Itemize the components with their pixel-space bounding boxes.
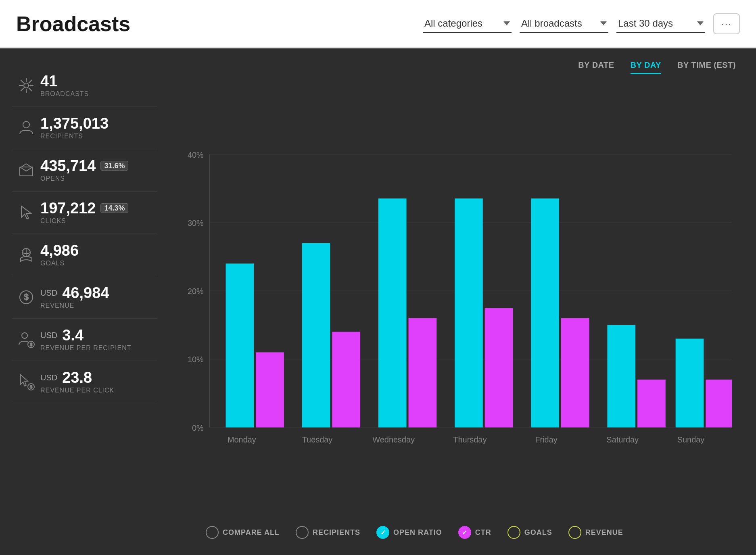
compare-all-label: COMPARE ALL [223,528,280,537]
stat-broadcasts-label: BROADCASTS [40,90,157,98]
bar-friday-open [531,198,559,428]
stat-recipients: 1,375,013 RECIPIENTS [12,107,157,149]
stat-recipients-label: RECIPIENTS [40,133,157,140]
more-button[interactable]: ··· [713,13,740,34]
bar-monday-ctr [256,352,284,427]
svg-text:$: $ [30,384,32,389]
stat-rpr: $ USD 3.4 REVENUE PER RECIPIENT [12,319,157,361]
stat-opens-badge: 31.6% [100,161,128,171]
stat-goals-label: GOALS [40,260,157,267]
revenue-circle [568,526,581,539]
date-arrow-icon [697,21,704,25]
tab-by-time[interactable]: BY TIME (EST) [677,61,736,74]
revenue-legend-label: REVENUE [585,528,623,537]
x-label-sunday: Sunday [677,435,705,444]
x-label-thursday: Thursday [453,435,487,444]
stat-revenue-label: REVENUE [40,302,157,309]
header: Broadcasts All categories All broadcasts… [0,0,756,48]
date-dropdown[interactable]: Last 30 days [616,15,705,33]
stat-rpc-info: USD 23.8 REVENUE PER CLICK [40,370,157,394]
stat-clicks-info: 197,212 14.3% CLICKS [40,200,157,225]
stat-opens-value: 435,714 31.6% [40,158,157,173]
x-label-saturday: Saturday [606,435,639,444]
svg-line-6 [29,88,32,91]
stat-broadcasts-value: 41 [40,73,157,89]
bar-saturday-open [607,325,635,428]
svg-point-9 [23,121,29,128]
goals-circle [507,526,520,539]
page-title: Broadcasts [16,12,130,36]
legend-compare-all[interactable]: COMPARE ALL [206,526,280,539]
legend-open-ratio[interactable]: ✓ OPEN RATIO [376,526,442,539]
stat-clicks-value: 197,212 14.3% [40,200,157,216]
person-dollar-icon: $ [12,331,40,348]
stat-rpc: $ USD 23.8 REVENUE PER CLICK [12,361,157,403]
bar-tuesday-ctr [332,332,360,428]
stat-broadcasts: 41 BROADCASTS [12,65,157,107]
bar-friday-ctr [561,318,589,428]
stat-rpc-value: USD 23.8 [40,370,157,385]
stat-revenue: $ USD 46,984 REVENUE [12,276,157,319]
tab-by-day[interactable]: BY DAY [631,61,661,74]
stat-broadcasts-info: 41 BROADCASTS [40,73,157,98]
x-label-monday: Monday [228,435,256,444]
open-ratio-check: ✓ [380,529,386,536]
stat-goals-value: 4,986 [40,243,157,258]
bar-saturday-ctr [637,380,666,427]
y-label-30: 30% [188,219,204,227]
stat-clicks: 197,212 14.3% CLICKS [12,192,157,234]
bar-monday-open [226,263,254,427]
email-open-icon [12,161,40,179]
open-ratio-circle: ✓ [376,526,389,539]
stat-rpr-value: USD 3.4 [40,328,157,343]
categories-arrow-icon [503,21,510,25]
chart-svg: 40% 30% 20% 10% 0% [182,86,736,518]
ctr-check: ✓ [462,529,467,536]
stat-revenue-info: USD 46,984 REVENUE [40,285,157,309]
compare-all-circle [206,526,219,539]
stat-goals: 4,986 GOALS [12,234,157,276]
bar-tuesday-open [302,243,330,428]
bar-chart: 40% 30% 20% 10% 0% [182,86,736,518]
recipients-legend-label: RECIPIENTS [313,528,360,537]
y-label-40: 40% [188,150,204,159]
stat-clicks-badge: 14.3% [100,203,128,213]
legend-goals[interactable]: GOALS [507,526,552,539]
legend-revenue[interactable]: REVENUE [568,526,623,539]
bar-sunday-open [676,339,704,428]
chart-legend: COMPARE ALL RECIPIENTS ✓ OPEN RATIO ✓ CT… [182,518,736,543]
categories-dropdown[interactable]: All categories [423,15,512,33]
ctr-circle: ✓ [458,526,471,539]
open-ratio-label: OPEN RATIO [393,528,442,537]
legend-recipients[interactable]: RECIPIENTS [296,526,360,539]
stat-opens-info: 435,714 31.6% OPENS [40,158,157,182]
tab-by-date[interactable]: BY DATE [578,61,614,74]
svg-line-8 [21,88,24,91]
header-controls: All categories All broadcasts Last 30 da… [423,13,740,34]
ctr-label: CTR [475,528,491,537]
stat-revenue-value: USD 46,984 [40,285,157,300]
categories-label: All categories [424,18,482,29]
globe-hand-icon [12,246,40,264]
broadcasts-dropdown[interactable]: All broadcasts [520,15,608,33]
svg-point-0 [24,83,29,88]
goals-legend-label: GOALS [524,528,552,537]
stat-rpr-label: REVENUE PER RECIPIENT [40,344,157,352]
y-label-20: 20% [188,287,204,296]
stat-goals-info: 4,986 GOALS [40,243,157,267]
legend-ctr[interactable]: ✓ CTR [458,526,491,539]
y-label-10: 10% [188,355,204,364]
svg-text:$: $ [24,292,28,301]
svg-line-5 [21,80,24,83]
stats-sidebar: 41 BROADCASTS 1,375,013 RECIPIENTS 435,7… [0,48,169,555]
broadcasts-label: All broadcasts [521,18,582,29]
x-label-friday: Friday [535,435,557,444]
broadcasts-arrow-icon [600,21,607,25]
cursor-icon [12,204,40,221]
chart-tabs: BY DATE BY DAY BY TIME (EST) [182,61,736,74]
dollar-icon: $ [12,288,40,306]
recipients-circle [296,526,309,539]
y-label-0: 0% [192,424,204,432]
x-label-wednesday: Wednesday [372,435,415,444]
svg-line-7 [29,80,32,83]
